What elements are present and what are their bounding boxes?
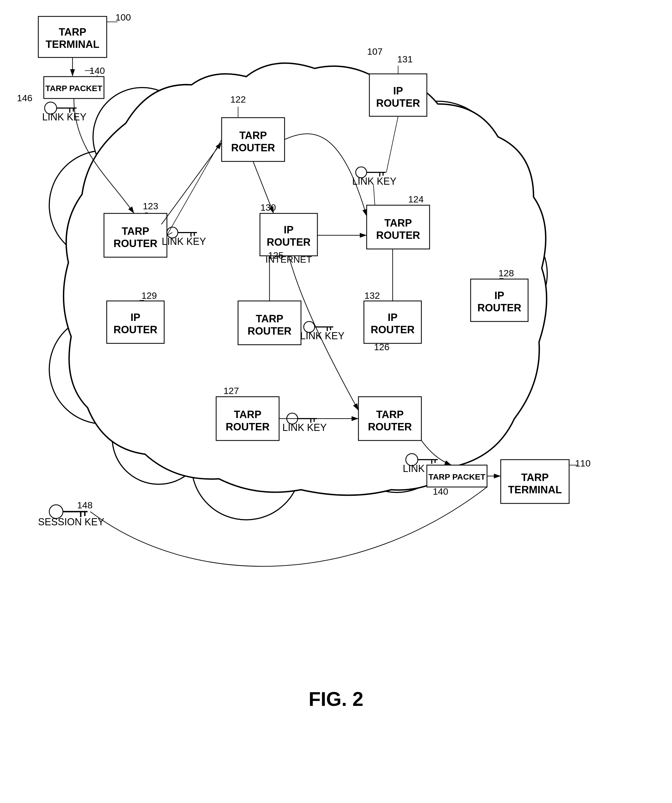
tarp-terminal-100-label1: TARP	[59, 26, 86, 38]
tarp-terminal-100-label2: TERMINAL	[46, 39, 99, 50]
tarp-router-123-label2: ROUTER	[114, 238, 157, 249]
fig-2-label: FIG. 2	[309, 688, 363, 710]
link-key-124-label: LINK KEY	[352, 176, 397, 187]
ip-router-128-label2: ROUTER	[477, 302, 521, 314]
ref-140-right: 140	[433, 486, 449, 497]
link-key-125-label: LINK KEY	[300, 330, 345, 341]
session-key-148-label: SESSION KEY	[38, 516, 104, 527]
diagram: TARP TERMINAL 100 TARP PACKET 140 146 LI…	[0, 0, 672, 803]
ref-127: 127	[223, 385, 239, 396]
ref-146: 146	[17, 93, 33, 103]
ref-110: 110	[575, 458, 591, 468]
ip-router-131-label1: IP	[393, 85, 403, 97]
tarp-router-122-label2: ROUTER	[231, 142, 275, 153]
tarp-router-122-label1: TARP	[239, 130, 267, 141]
link-key-146-label: LINK KEY	[42, 111, 86, 123]
ref-100: 100	[116, 12, 131, 23]
tarp-router-127-label1: TARP	[234, 409, 262, 420]
tarp-router-125-label1: TARP	[256, 313, 283, 325]
tarp-router-126-label1: TARP	[376, 409, 404, 420]
ref-128: 128	[498, 268, 514, 278]
ip-router-129-label1: IP	[130, 312, 140, 323]
ip-router-131-label2: ROUTER	[376, 98, 420, 109]
ref-148: 148	[77, 500, 93, 510]
tarp-router-124-label2: ROUTER	[376, 229, 420, 241]
tarp-terminal-110-label2: TERMINAL	[508, 484, 562, 496]
ref-130: 130	[260, 202, 276, 213]
ref-122: 122	[230, 94, 246, 104]
ref-123: 123	[143, 201, 158, 211]
ref-126: 126	[374, 342, 390, 352]
ref-131: 131	[397, 54, 413, 64]
ip-router-132-label1: IP	[388, 312, 397, 323]
tarp-router-127-label2: ROUTER	[226, 421, 270, 432]
link-key-123-label: LINK KEY	[162, 236, 206, 247]
tarp-terminal-110-label1: TARP	[521, 472, 549, 483]
ip-router-128-label1: IP	[495, 290, 504, 301]
ref-124: 124	[408, 194, 424, 204]
ip-router-129-label2: ROUTER	[114, 324, 157, 335]
ip-router-130-label1: IP	[284, 224, 294, 236]
tarp-packet-140-right-label: TARP PACKET	[428, 472, 485, 481]
tarp-router-124-label1: TARP	[384, 217, 412, 229]
tarp-router-126-label2: ROUTER	[368, 421, 412, 432]
tarp-router-125-label2: ROUTER	[247, 325, 291, 337]
ip-router-130-label2: ROUTER	[267, 236, 311, 248]
ref-107: 107	[367, 46, 383, 57]
ref-129: 129	[142, 290, 157, 301]
ref-132: 132	[364, 290, 380, 301]
ip-router-132-label2: ROUTER	[371, 324, 415, 335]
link-key-127-label: LINK KEY	[282, 422, 327, 433]
tarp-router-123-label1: TARP	[122, 226, 150, 237]
tarp-packet-140-left-label: TARP PACKET	[46, 84, 103, 93]
ref-125: 125	[268, 250, 284, 260]
